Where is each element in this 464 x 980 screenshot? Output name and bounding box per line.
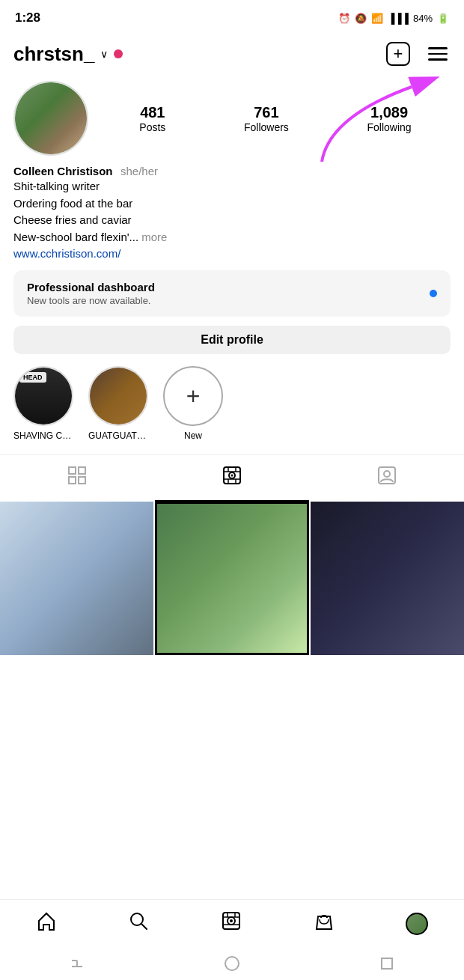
tagged-icon	[377, 466, 397, 490]
highlight-thumbnail-1: HEAD	[15, 368, 72, 424]
stat-posts[interactable]: 481 Posts	[139, 104, 165, 133]
following-count: 1,089	[370, 104, 408, 121]
svg-rect-3	[69, 477, 76, 484]
header-left: chrstsn_ ∨	[13, 43, 123, 66]
nav-shop[interactable]	[306, 907, 342, 940]
dashboard-text: Professional dashboard New tools are now…	[27, 281, 155, 306]
bio-more-button[interactable]: more	[141, 231, 167, 243]
svg-line-17	[141, 924, 147, 929]
highlight-thumbnail-2	[90, 368, 147, 424]
bio-link[interactable]: www.cchristison.com/	[13, 247, 451, 260]
highlight-item-2[interactable]: GUATGUATGU...	[88, 366, 148, 441]
phone-nav-back[interactable]	[69, 955, 85, 972]
live-indicator-dot	[114, 49, 123, 58]
svg-point-20	[230, 919, 233, 922]
phone-nav-recents[interactable]	[379, 955, 395, 972]
battery-level: 84%	[413, 13, 433, 24]
add-highlight-button[interactable]: +	[163, 366, 223, 426]
alarm-icon: ⏰	[338, 13, 350, 24]
highlight-label-2: GUATGUATGU...	[88, 430, 148, 441]
status-bar: 1:28 ⏰ 🔕 📶 ▐▐▐ 84% 🔋	[0, 0, 464, 33]
grid-cell-2[interactable]	[155, 502, 308, 655]
highlight-badge-1: HEAD	[19, 372, 46, 383]
highlight-label-new: New	[184, 430, 202, 441]
phone-nav-bar	[0, 947, 464, 980]
wifi-icon: 📶	[371, 13, 383, 24]
menu-button[interactable]	[425, 44, 451, 64]
grid-cell-3[interactable]	[311, 502, 464, 655]
signal-icon: ▐▐▐	[388, 13, 409, 24]
grid-icon	[67, 466, 87, 490]
profile-header: chrstsn_ ∨ +	[0, 33, 464, 75]
svg-point-15	[384, 471, 390, 477]
dashboard-title: Professional dashboard	[27, 281, 155, 293]
edit-profile-button[interactable]: Edit profile	[13, 326, 451, 354]
dashboard-card[interactable]: Professional dashboard New tools are now…	[13, 270, 451, 317]
dashboard-subtitle: New tools are now available.	[27, 295, 155, 306]
svg-marker-29	[382, 958, 392, 969]
status-time: 1:28	[15, 10, 40, 25]
stats-row: 481 Posts 761 Followers 1,089 Following	[100, 104, 451, 133]
dashboard-notification-dot	[430, 290, 437, 297]
bottom-nav	[0, 899, 464, 947]
svg-point-7	[231, 475, 233, 477]
tab-tagged[interactable]	[309, 455, 464, 502]
highlight-label-1: SHAVING CH...	[13, 430, 73, 441]
status-icons: ⏰ 🔕 📶 ▐▐▐ 84% 🔋	[338, 13, 449, 24]
nav-profile-avatar	[406, 913, 428, 935]
posts-label: Posts	[139, 121, 165, 133]
avatar[interactable]	[13, 81, 88, 156]
shop-icon	[314, 910, 335, 937]
chevron-down-icon[interactable]: ∨	[100, 48, 108, 60]
video-grid	[0, 502, 464, 655]
reels-nav-icon	[221, 910, 242, 937]
svg-point-28	[225, 957, 239, 970]
stat-following[interactable]: 1,089 Following	[367, 104, 412, 133]
add-content-button[interactable]: +	[383, 39, 413, 69]
highlight-item-new[interactable]: + New	[163, 366, 223, 441]
nav-search[interactable]	[120, 907, 156, 940]
nav-reels[interactable]	[213, 907, 249, 940]
mute-icon: 🔕	[355, 13, 367, 24]
profile-section: 481 Posts 761 Followers 1,089 Following	[0, 75, 464, 156]
grid-cell-1[interactable]	[0, 502, 153, 655]
posts-count: 481	[140, 104, 165, 121]
bio-line-2: Ordering food at the bar	[13, 195, 451, 213]
highlights-section: HEAD SHAVING CH... GUATGUATGU... + New	[0, 354, 464, 447]
pronouns: she/her	[120, 165, 158, 177]
phone-nav-home[interactable]	[224, 955, 240, 972]
tabs-section	[0, 454, 464, 502]
bio-line-4: New-school bard flexin'... more	[13, 229, 451, 246]
avatar-container	[13, 81, 88, 156]
followers-label: Followers	[244, 121, 289, 133]
nav-profile[interactable]	[398, 910, 436, 938]
highlight-circle-2	[88, 366, 148, 426]
following-label: Following	[367, 121, 412, 133]
plus-box-icon: +	[386, 42, 410, 66]
reels-icon	[222, 466, 242, 490]
stat-followers[interactable]: 761 Followers	[244, 104, 289, 133]
followers-count: 761	[254, 104, 278, 121]
username-label: chrstsn_	[13, 43, 94, 66]
bio-name-line: Colleen Christison she/her	[13, 165, 451, 178]
bio-section: Colleen Christison she/her Shit-talking …	[0, 156, 464, 260]
home-icon	[36, 910, 57, 937]
bio-line-3: Cheese fries and caviar	[13, 212, 451, 229]
svg-rect-2	[79, 467, 85, 474]
svg-rect-1	[69, 467, 76, 474]
tab-grid[interactable]	[0, 455, 155, 502]
battery-icon: 🔋	[437, 13, 449, 24]
highlight-circle-1: HEAD	[13, 366, 73, 426]
header-actions: +	[383, 39, 451, 69]
search-icon	[128, 910, 149, 937]
nav-home[interactable]	[28, 907, 64, 940]
svg-rect-4	[79, 477, 85, 484]
hamburger-icon	[428, 47, 448, 61]
tab-reels[interactable]	[155, 455, 310, 502]
highlight-item-1[interactable]: HEAD SHAVING CH...	[13, 366, 73, 441]
bio-line-1: Shit-talking writer	[13, 178, 451, 195]
display-name: Colleen Christison	[13, 165, 113, 177]
avatar-image	[15, 82, 87, 154]
